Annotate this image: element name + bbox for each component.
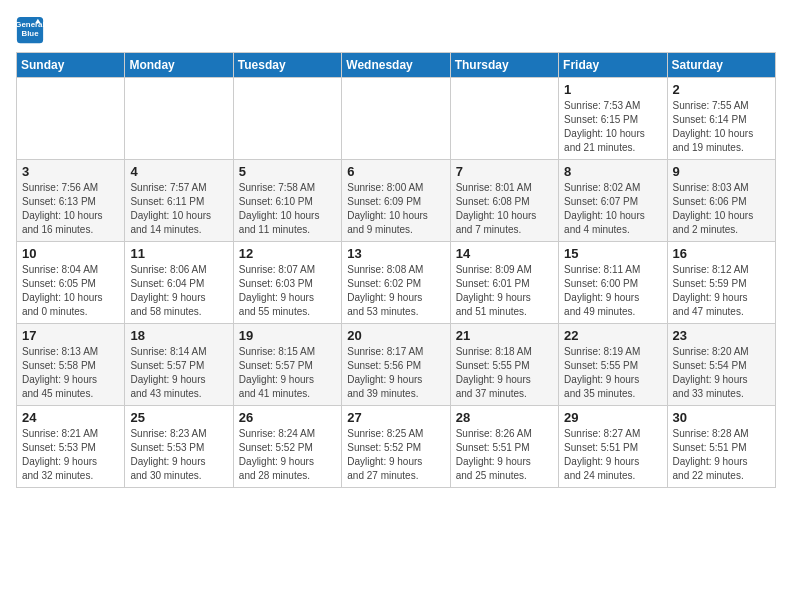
weekday-header-tuesday: Tuesday: [233, 53, 341, 78]
day-info: Sunrise: 7:57 AM Sunset: 6:11 PM Dayligh…: [130, 181, 227, 237]
day-number: 3: [22, 164, 119, 179]
day-cell: 23Sunrise: 8:20 AM Sunset: 5:54 PM Dayli…: [667, 324, 775, 406]
calendar-header: SundayMondayTuesdayWednesdayThursdayFrid…: [17, 53, 776, 78]
day-info: Sunrise: 8:00 AM Sunset: 6:09 PM Dayligh…: [347, 181, 444, 237]
day-info: Sunrise: 8:18 AM Sunset: 5:55 PM Dayligh…: [456, 345, 553, 401]
day-cell: 21Sunrise: 8:18 AM Sunset: 5:55 PM Dayli…: [450, 324, 558, 406]
calendar-table: SundayMondayTuesdayWednesdayThursdayFrid…: [16, 52, 776, 488]
day-cell: [17, 78, 125, 160]
day-cell: 4Sunrise: 7:57 AM Sunset: 6:11 PM Daylig…: [125, 160, 233, 242]
day-info: Sunrise: 8:25 AM Sunset: 5:52 PM Dayligh…: [347, 427, 444, 483]
day-number: 15: [564, 246, 661, 261]
day-number: 6: [347, 164, 444, 179]
day-cell: [125, 78, 233, 160]
day-info: Sunrise: 8:21 AM Sunset: 5:53 PM Dayligh…: [22, 427, 119, 483]
week-row-4: 17Sunrise: 8:13 AM Sunset: 5:58 PM Dayli…: [17, 324, 776, 406]
day-cell: [450, 78, 558, 160]
day-number: 28: [456, 410, 553, 425]
day-number: 20: [347, 328, 444, 343]
weekday-header-saturday: Saturday: [667, 53, 775, 78]
day-number: 16: [673, 246, 770, 261]
day-number: 7: [456, 164, 553, 179]
day-number: 5: [239, 164, 336, 179]
day-cell: 16Sunrise: 8:12 AM Sunset: 5:59 PM Dayli…: [667, 242, 775, 324]
day-info: Sunrise: 8:11 AM Sunset: 6:00 PM Dayligh…: [564, 263, 661, 319]
day-number: 24: [22, 410, 119, 425]
day-cell: 7Sunrise: 8:01 AM Sunset: 6:08 PM Daylig…: [450, 160, 558, 242]
day-cell: 5Sunrise: 7:58 AM Sunset: 6:10 PM Daylig…: [233, 160, 341, 242]
day-info: Sunrise: 8:28 AM Sunset: 5:51 PM Dayligh…: [673, 427, 770, 483]
day-info: Sunrise: 8:01 AM Sunset: 6:08 PM Dayligh…: [456, 181, 553, 237]
day-cell: 24Sunrise: 8:21 AM Sunset: 5:53 PM Dayli…: [17, 406, 125, 488]
day-number: 27: [347, 410, 444, 425]
day-number: 12: [239, 246, 336, 261]
calendar-body: 1Sunrise: 7:53 AM Sunset: 6:15 PM Daylig…: [17, 78, 776, 488]
day-cell: [342, 78, 450, 160]
day-info: Sunrise: 7:53 AM Sunset: 6:15 PM Dayligh…: [564, 99, 661, 155]
day-cell: 15Sunrise: 8:11 AM Sunset: 6:00 PM Dayli…: [559, 242, 667, 324]
day-number: 23: [673, 328, 770, 343]
weekday-header-monday: Monday: [125, 53, 233, 78]
day-cell: 2Sunrise: 7:55 AM Sunset: 6:14 PM Daylig…: [667, 78, 775, 160]
day-number: 19: [239, 328, 336, 343]
week-row-2: 3Sunrise: 7:56 AM Sunset: 6:13 PM Daylig…: [17, 160, 776, 242]
day-cell: 26Sunrise: 8:24 AM Sunset: 5:52 PM Dayli…: [233, 406, 341, 488]
day-cell: 14Sunrise: 8:09 AM Sunset: 6:01 PM Dayli…: [450, 242, 558, 324]
day-info: Sunrise: 8:19 AM Sunset: 5:55 PM Dayligh…: [564, 345, 661, 401]
day-cell: 28Sunrise: 8:26 AM Sunset: 5:51 PM Dayli…: [450, 406, 558, 488]
day-number: 4: [130, 164, 227, 179]
day-number: 2: [673, 82, 770, 97]
page-header: General Blue: [16, 16, 776, 44]
day-cell: 18Sunrise: 8:14 AM Sunset: 5:57 PM Dayli…: [125, 324, 233, 406]
day-info: Sunrise: 8:15 AM Sunset: 5:57 PM Dayligh…: [239, 345, 336, 401]
svg-text:Blue: Blue: [21, 29, 39, 38]
week-row-3: 10Sunrise: 8:04 AM Sunset: 6:05 PM Dayli…: [17, 242, 776, 324]
day-cell: 12Sunrise: 8:07 AM Sunset: 6:03 PM Dayli…: [233, 242, 341, 324]
day-number: 30: [673, 410, 770, 425]
weekday-header-sunday: Sunday: [17, 53, 125, 78]
day-number: 22: [564, 328, 661, 343]
day-cell: [233, 78, 341, 160]
day-number: 25: [130, 410, 227, 425]
day-number: 14: [456, 246, 553, 261]
week-row-1: 1Sunrise: 7:53 AM Sunset: 6:15 PM Daylig…: [17, 78, 776, 160]
day-info: Sunrise: 8:08 AM Sunset: 6:02 PM Dayligh…: [347, 263, 444, 319]
weekday-header-wednesday: Wednesday: [342, 53, 450, 78]
day-cell: 25Sunrise: 8:23 AM Sunset: 5:53 PM Dayli…: [125, 406, 233, 488]
day-info: Sunrise: 7:55 AM Sunset: 6:14 PM Dayligh…: [673, 99, 770, 155]
day-info: Sunrise: 7:58 AM Sunset: 6:10 PM Dayligh…: [239, 181, 336, 237]
day-cell: 8Sunrise: 8:02 AM Sunset: 6:07 PM Daylig…: [559, 160, 667, 242]
day-number: 1: [564, 82, 661, 97]
svg-text:General: General: [16, 20, 44, 29]
day-cell: 29Sunrise: 8:27 AM Sunset: 5:51 PM Dayli…: [559, 406, 667, 488]
logo: General Blue: [16, 16, 48, 44]
day-cell: 27Sunrise: 8:25 AM Sunset: 5:52 PM Dayli…: [342, 406, 450, 488]
logo-icon: General Blue: [16, 16, 44, 44]
day-number: 9: [673, 164, 770, 179]
day-info: Sunrise: 8:13 AM Sunset: 5:58 PM Dayligh…: [22, 345, 119, 401]
day-cell: 13Sunrise: 8:08 AM Sunset: 6:02 PM Dayli…: [342, 242, 450, 324]
day-number: 10: [22, 246, 119, 261]
day-info: Sunrise: 8:23 AM Sunset: 5:53 PM Dayligh…: [130, 427, 227, 483]
day-info: Sunrise: 8:03 AM Sunset: 6:06 PM Dayligh…: [673, 181, 770, 237]
day-cell: 30Sunrise: 8:28 AM Sunset: 5:51 PM Dayli…: [667, 406, 775, 488]
day-number: 26: [239, 410, 336, 425]
day-info: Sunrise: 8:24 AM Sunset: 5:52 PM Dayligh…: [239, 427, 336, 483]
day-info: Sunrise: 8:27 AM Sunset: 5:51 PM Dayligh…: [564, 427, 661, 483]
day-cell: 3Sunrise: 7:56 AM Sunset: 6:13 PM Daylig…: [17, 160, 125, 242]
day-info: Sunrise: 8:02 AM Sunset: 6:07 PM Dayligh…: [564, 181, 661, 237]
day-info: Sunrise: 8:04 AM Sunset: 6:05 PM Dayligh…: [22, 263, 119, 319]
day-info: Sunrise: 8:07 AM Sunset: 6:03 PM Dayligh…: [239, 263, 336, 319]
weekday-row: SundayMondayTuesdayWednesdayThursdayFrid…: [17, 53, 776, 78]
day-info: Sunrise: 8:09 AM Sunset: 6:01 PM Dayligh…: [456, 263, 553, 319]
day-cell: 17Sunrise: 8:13 AM Sunset: 5:58 PM Dayli…: [17, 324, 125, 406]
day-info: Sunrise: 8:26 AM Sunset: 5:51 PM Dayligh…: [456, 427, 553, 483]
day-cell: 6Sunrise: 8:00 AM Sunset: 6:09 PM Daylig…: [342, 160, 450, 242]
day-number: 11: [130, 246, 227, 261]
day-cell: 19Sunrise: 8:15 AM Sunset: 5:57 PM Dayli…: [233, 324, 341, 406]
day-info: Sunrise: 7:56 AM Sunset: 6:13 PM Dayligh…: [22, 181, 119, 237]
day-cell: 20Sunrise: 8:17 AM Sunset: 5:56 PM Dayli…: [342, 324, 450, 406]
day-number: 13: [347, 246, 444, 261]
day-info: Sunrise: 8:12 AM Sunset: 5:59 PM Dayligh…: [673, 263, 770, 319]
week-row-5: 24Sunrise: 8:21 AM Sunset: 5:53 PM Dayli…: [17, 406, 776, 488]
